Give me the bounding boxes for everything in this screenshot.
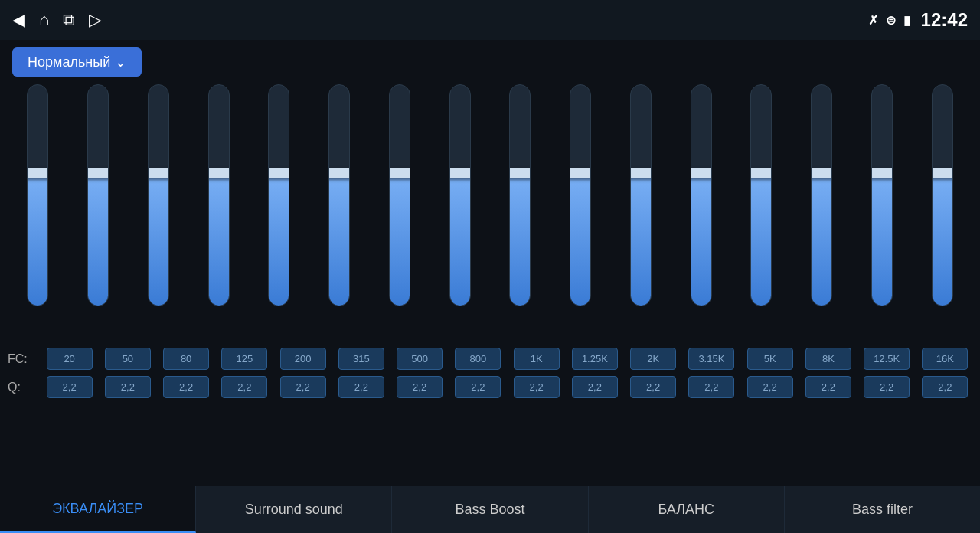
tab-bass[interactable]: Bass Boost [392,486,588,533]
fc-btn-125[interactable]: 125 [221,348,267,370]
slider-thumb-1.25K[interactable] [570,168,591,178]
slider-col-50[interactable] [87,84,109,345]
slider-track-800 [449,84,471,306]
q-btn-200[interactable]: 2,2 [280,376,326,398]
q-btn-3.15K[interactable]: 2,2 [688,376,734,398]
slider-thumb-50[interactable] [87,168,109,178]
slider-thumb-500[interactable] [389,168,410,178]
fc-btn-12.5K[interactable]: 12.5K [864,348,910,370]
q-btn-315[interactable]: 2,2 [338,376,384,398]
q-btn-1.25K[interactable]: 2,2 [572,376,618,398]
slider-thumb-200[interactable] [268,168,289,178]
fc-row: FC: 2050801252003155008001K1.25K2K3.15K5… [0,345,980,373]
fc-btn-3.15K[interactable]: 3.15K [688,348,734,370]
q-btn-2K[interactable]: 2,2 [630,376,676,398]
slider-col-125[interactable] [208,84,230,345]
slider-track-12.5K [871,84,893,306]
slider-fill-315 [329,173,349,306]
preset-button[interactable]: Нормальный ⌄ [12,47,142,77]
window-icon[interactable]: ⧉ [63,10,75,30]
slider-col-80[interactable] [148,84,169,345]
fc-btn-2K[interactable]: 2K [630,348,676,370]
fc-btn-50[interactable]: 50 [105,348,151,370]
q-btn-80[interactable]: 2,2 [163,376,209,398]
slider-col-5K[interactable] [750,84,772,345]
slider-col-8K[interactable] [811,84,832,345]
fc-btn-200[interactable]: 200 [280,348,326,370]
q-btn-12.5K[interactable]: 2,2 [864,376,910,398]
fc-btn-500[interactable]: 500 [397,348,443,370]
fc-btn-5K[interactable]: 5K [747,348,793,370]
slider-track-500 [389,84,410,306]
slider-col-1.25K[interactable] [570,84,591,345]
slider-col-12.5K[interactable] [871,84,893,345]
slider-col-200[interactable] [268,84,289,345]
slider-thumb-12.5K[interactable] [871,168,893,178]
q-btn-500[interactable]: 2,2 [397,376,443,398]
slider-fill-500 [390,173,410,306]
tab-surround[interactable]: Surround sound [196,486,392,533]
slider-track-1.25K [570,84,591,306]
home-icon[interactable]: ⌂ [39,10,49,30]
tab-filter[interactable]: Bass filter [785,486,980,533]
slider-fill-20 [28,173,47,306]
slider-thumb-3.15K[interactable] [691,168,712,178]
back-icon[interactable]: ◀ [12,10,25,30]
slider-col-16K[interactable] [932,84,953,345]
slider-fill-5K [751,173,771,306]
slider-col-1K[interactable] [509,84,531,345]
slider-thumb-2K[interactable] [630,168,652,178]
slider-col-3.15K[interactable] [691,84,712,345]
slider-track-200 [268,84,289,306]
slider-fill-16K [933,173,952,306]
slider-fill-1K [510,173,530,306]
q-btn-16K[interactable]: 2,2 [922,376,968,398]
slider-fill-2K [631,173,651,306]
preset-arrow: ⌄ [115,54,126,70]
slider-track-50 [87,84,109,306]
nav-controls: ◀ ⌂ ⧉ ▷ [12,10,102,30]
slider-thumb-1K[interactable] [509,168,531,178]
q-btn-5K[interactable]: 2,2 [747,376,793,398]
q-btn-1K[interactable]: 2,2 [514,376,560,398]
slider-thumb-800[interactable] [449,168,471,178]
q-btn-50[interactable]: 2,2 [105,376,151,398]
tab-eq[interactable]: ЭКВАЛАЙЗЕР [0,486,196,533]
fc-btn-16K[interactable]: 16K [922,348,968,370]
slider-thumb-16K[interactable] [932,168,953,178]
slider-col-20[interactable] [27,84,48,345]
preset-label: Нормальный [28,54,110,70]
slider-col-800[interactable] [449,84,471,345]
slider-thumb-20[interactable] [27,168,48,178]
slider-fill-1.25K [570,173,590,306]
fc-btn-80[interactable]: 80 [163,348,209,370]
fc-btn-800[interactable]: 800 [455,348,501,370]
fc-btn-1.25K[interactable]: 1.25K [572,348,618,370]
fc-buttons: 2050801252003155008001K1.25K2K3.15K5K8K1… [42,348,972,370]
clock: 12:42 [921,9,968,31]
q-btn-125[interactable]: 2,2 [221,376,267,398]
slider-col-315[interactable] [328,84,350,345]
q-label: Q: [8,381,42,394]
q-btn-800[interactable]: 2,2 [455,376,501,398]
tab-balance[interactable]: БАЛАНС [589,486,785,533]
fc-btn-1K[interactable]: 1K [514,348,560,370]
fc-btn-20[interactable]: 20 [47,348,93,370]
play-icon[interactable]: ▷ [89,10,102,30]
slider-thumb-5K[interactable] [750,168,772,178]
q-btn-8K[interactable]: 2,2 [805,376,851,398]
q-btn-20[interactable]: 2,2 [47,376,93,398]
slider-track-16K [932,84,953,306]
slider-thumb-80[interactable] [148,168,169,178]
slider-track-2K [630,84,652,306]
slider-track-80 [148,84,169,306]
fc-btn-8K[interactable]: 8K [805,348,851,370]
slider-col-500[interactable] [389,84,410,345]
slider-thumb-315[interactable] [328,168,350,178]
slider-track-5K [750,84,772,306]
status-bar: ◀ ⌂ ⧉ ▷ ✗ ⊜ ▮ 12:42 [0,0,980,40]
slider-thumb-8K[interactable] [811,168,832,178]
slider-thumb-125[interactable] [208,168,230,178]
slider-col-2K[interactable] [630,84,652,345]
fc-btn-315[interactable]: 315 [338,348,384,370]
